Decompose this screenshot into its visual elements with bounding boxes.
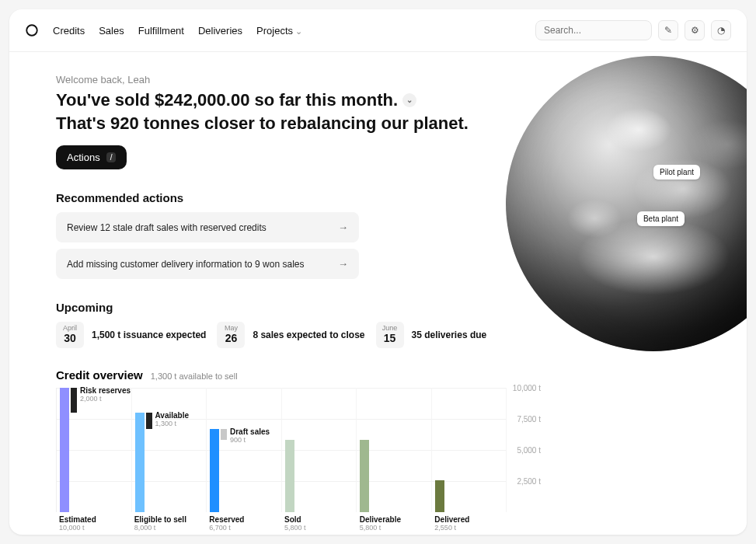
search-input[interactable] [535,20,652,40]
y-axis-label: 5,000 t [517,446,541,455]
chart-drop-segment [71,388,77,413]
date-day: 26 [223,332,239,345]
upcoming-item: May 26 8 sales expected to close [217,322,364,348]
bell-icon[interactable]: ◔ [711,20,731,40]
chart-bar [60,388,69,512]
credit-overview-header: Credit overview 1,300 t available to sel… [56,368,747,382]
app-window: Credits Sales Fulfillment Deliveries Pro… [9,9,747,535]
chart-bar [285,440,294,512]
recommended-item-text: Review 12 stale draft sales with reserve… [67,222,267,233]
nav-deliveries[interactable]: Deliveries [198,25,242,37]
credit-chart: 2,500 t5,000 t7,500 t10,000 t Risk reser… [56,388,507,512]
y-axis-label: 2,500 t [517,477,541,486]
chart-column [432,388,507,512]
date-month: May [223,325,239,332]
nav: Credits Sales Fulfillment Deliveries Pro… [53,25,302,37]
date-month: June [382,325,398,332]
date-chip: June 15 [376,322,404,348]
headline: You've sold $242,000.00 so far this mont… [56,89,491,134]
date-month: April [62,325,78,332]
chart-category: Sold5,800 t [281,515,357,532]
nav-sales[interactable]: Sales [99,25,124,37]
actions-button[interactable]: Actions / [56,145,127,169]
y-axis-label: 10,000 t [513,384,541,392]
upcoming-item: April 30 1,500 t issuance expected [56,322,206,348]
upcoming-text: 35 deliveries due [412,330,487,340]
date-day: 30 [62,332,78,345]
actions-label: Actions [67,152,100,163]
nav-projects[interactable]: Projects [256,25,302,37]
edit-icon[interactable]: ✎ [658,20,678,40]
arrow-right-icon: → [338,258,348,270]
logo-icon [25,23,39,37]
recommended-item-0[interactable]: Review 12 stale draft sales with reserve… [56,212,359,242]
chevron-down-icon[interactable]: ⌄ [402,93,416,107]
chart-bar [135,413,145,512]
gear-icon[interactable]: ⚙ [685,20,705,40]
headline-line2: That's 920 tonnes closer to rebalancing … [56,112,491,135]
chart-category: Deliverable5,800 t [357,515,432,532]
nav-credits[interactable]: Credits [53,25,85,37]
chart-drop-segment [146,413,152,429]
chart-category: Reserved6,700 t [206,515,281,532]
chart-column [357,388,432,512]
topbar: Credits Sales Fulfillment Deliveries Pro… [9,9,747,52]
date-chip: April 30 [56,322,84,348]
chart-bar [360,440,369,512]
recommended-item-1[interactable]: Add missing customer delivery informatio… [56,249,359,279]
date-day: 15 [382,332,398,345]
chart-category-labels: Estimated10,000 tEligible to sell8,000 t… [56,515,507,532]
chart-category: Estimated10,000 t [56,515,131,532]
upcoming-text: 8 sales expected to close [253,330,364,340]
chart-category: Delivered2,550 t [431,515,507,532]
y-axis-label: 7,500 t [517,415,541,424]
arrow-right-icon: → [338,221,348,233]
chart-annotation: Available1,300 t [155,411,190,427]
globe-pin-beta[interactable]: Beta plant [637,211,685,226]
chart-bar [210,429,219,512]
nav-fulfillment[interactable]: Fulfillment [138,25,184,37]
chart-annotation: Draft sales900 t [230,427,270,444]
globe-pin-pilot[interactable]: Pilot plant [653,165,700,180]
recommended-item-text: Add missing customer delivery informatio… [67,259,304,270]
chart-column: Draft sales900 t [207,388,282,512]
chart-category: Eligible to sell8,000 t [131,515,207,532]
chart-annotation: Risk reserves2,000 t [80,386,131,403]
chart-drop-segment [221,429,227,440]
date-chip: May 26 [217,322,245,348]
chart-bar [435,480,444,512]
headline-line1: You've sold $242,000.00 so far this mont… [56,89,398,112]
actions-shortcut: / [106,152,117,162]
credit-title: Credit overview [56,368,143,382]
upcoming-text: 1,500 t issuance expected [92,330,206,340]
chart-column: Available1,300 t [132,388,207,512]
upcoming-item: June 15 35 deliveries due [376,322,487,348]
chart-column: Risk reserves2,000 t [57,388,132,512]
credit-subtitle: 1,300 t available to sell [151,371,238,381]
svg-point-0 [26,25,37,36]
chart-column [282,388,357,512]
